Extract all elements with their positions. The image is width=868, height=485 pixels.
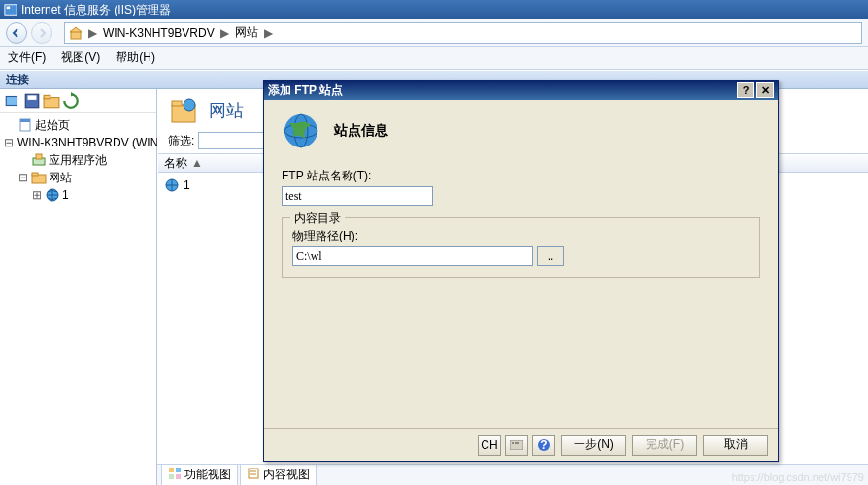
close-button[interactable]: ✕ [756,82,774,98]
watermark: https://blog.csdn.net/wi7979 [732,471,864,483]
svg-rect-20 [172,101,182,106]
tab-content[interactable]: 内容视图 [240,464,317,485]
breadcrumb[interactable]: ▶ WIN-K3NHT9BVRDV ▶ 网站 ▶ [64,22,862,44]
sites-folder-icon [31,170,47,185]
sites-icon [168,95,199,126]
menu-view[interactable]: 视图(V) [61,49,100,66]
column-name[interactable]: 名称 [164,155,187,172]
svg-rect-23 [169,468,174,472]
sidebar-toolbar [0,89,156,113]
svg-point-21 [184,99,195,111]
tree-label: 网站 [49,170,72,186]
dialog-body: 站点信息 FTP 站点名称(T): 内容目录 物理路径(H): .. [264,100,778,428]
svg-rect-1 [7,7,11,10]
cancel-button[interactable]: 取消 [703,435,768,456]
list-item-label: 1 [184,178,190,192]
svg-rect-0 [5,5,17,16]
globe-icon [164,178,180,193]
lang-ch-button[interactable]: CH [478,435,501,456]
breadcrumb-node[interactable]: 网站 [235,24,258,41]
nav-bar: ▶ WIN-K3NHT9BVRDV ▶ 网站 ▶ [0,19,868,47]
chevron-right-icon: ▶ [88,26,97,40]
svg-rect-8 [44,95,50,98]
globe-icon [282,112,320,150]
browse-button[interactable]: .. [537,246,564,266]
svg-marker-3 [70,27,82,32]
tab-label: 功能视图 [184,467,231,483]
chevron-right-icon: ▶ [220,26,229,40]
content-directory-group: 内容目录 物理路径(H): .. [282,217,760,278]
tree-apppool[interactable]: 应用程序池 [4,151,152,169]
collapse-toggle[interactable]: ⊟ [4,136,14,149]
keyboard-icon[interactable] [505,435,528,456]
dialog-titlebar: 添加 FTP 站点 ? ✕ [264,81,778,100]
site-name-input[interactable] [282,186,433,206]
start-page-icon [17,117,33,133]
expand-toggle[interactable]: ⊞ [31,188,43,202]
refresh-icon[interactable] [62,92,80,110]
svg-rect-4 [6,96,17,105]
globe-icon [45,187,60,203]
svg-rect-15 [36,154,42,159]
chevron-right-icon: ▶ [264,26,273,40]
menu-help[interactable]: 帮助(H) [116,49,155,66]
filter-label: 筛选: [168,133,194,149]
tree-sites[interactable]: ⊟ 网站 [4,169,152,186]
connections-label: 连接 [6,72,29,88]
tree-site-1[interactable]: ⊞ 1 [4,186,152,204]
home-icon [69,26,83,40]
back-button[interactable] [6,22,27,44]
svg-rect-11 [20,119,30,122]
sidebar: 起始页 ⊟ WIN-K3NHT9BVRDV (WIN 应用程序池 ⊟ 网站 ⊞ … [0,89,157,485]
tree-label: 1 [62,188,69,202]
dialog-header: 站点信息 [282,112,760,150]
dialog-title: 添加 FTP 站点 [268,82,343,99]
save-icon[interactable] [23,92,41,110]
menu-file[interactable]: 文件(F) [8,49,46,66]
collapse-toggle[interactable]: ⊟ [17,171,29,184]
breadcrumb-host[interactable]: WIN-K3NHT9BVRDV [103,26,215,40]
svg-rect-33 [510,440,523,450]
svg-rect-6 [28,95,37,100]
group-legend: 内容目录 [290,210,345,227]
connections-tree: 起始页 ⊟ WIN-K3NHT9BVRDV (WIN 应用程序池 ⊟ 网站 ⊞ … [0,113,156,208]
finish-button: 完成(F) [632,435,697,456]
svg-rect-26 [176,474,181,479]
add-ftp-site-dialog: 添加 FTP 站点 ? ✕ 站点信息 FTP 站点名称(T): 内容目录 物理路… [263,80,779,462]
physical-path-input[interactable] [292,246,533,266]
svg-rect-27 [249,469,258,478]
app-titlebar: Internet 信息服务 (IIS)管理器 [0,0,868,19]
tree-label: WIN-K3NHT9BVRDV (WIN [17,136,158,149]
tab-features[interactable]: 功能视图 [161,464,238,485]
tab-label: 内容视图 [263,467,310,483]
svg-rect-34 [512,442,514,444]
dialog-section-title: 站点信息 [334,122,388,140]
svg-rect-35 [515,442,517,444]
site-name-label: FTP 站点名称(T): [282,168,760,184]
svg-rect-24 [176,468,181,472]
features-icon [168,467,182,483]
apppool-icon [31,152,47,168]
tree-start-page[interactable]: 起始页 [4,116,152,134]
next-button[interactable]: 一步(N) [561,435,626,456]
tree-label: 起始页 [35,117,70,134]
tree-label: 应用程序池 [49,152,107,169]
sort-asc-icon: ▲ [191,156,203,170]
tree-host[interactable]: ⊟ WIN-K3NHT9BVRDV (WIN [4,134,152,151]
folder-icon[interactable] [43,92,60,110]
content-icon [247,467,260,483]
dialog-footer: CH ? 一步(N) 完成(F) 取消 [264,428,778,461]
help-icon[interactable]: ? [532,435,555,456]
forward-button[interactable] [31,22,52,44]
svg-rect-25 [169,474,174,479]
svg-text:?: ? [540,438,547,452]
physical-path-label: 物理路径(H): [292,228,750,244]
page-title: 网站 [209,99,244,122]
menu-bar: 文件(F) 视图(V) 帮助(H) [0,47,868,70]
help-button[interactable]: ? [737,82,754,98]
app-icon [4,3,17,16]
connect-icon[interactable] [4,92,21,110]
svg-rect-36 [517,442,519,444]
svg-rect-17 [32,173,38,176]
app-title: Internet 信息服务 (IIS)管理器 [21,2,171,18]
